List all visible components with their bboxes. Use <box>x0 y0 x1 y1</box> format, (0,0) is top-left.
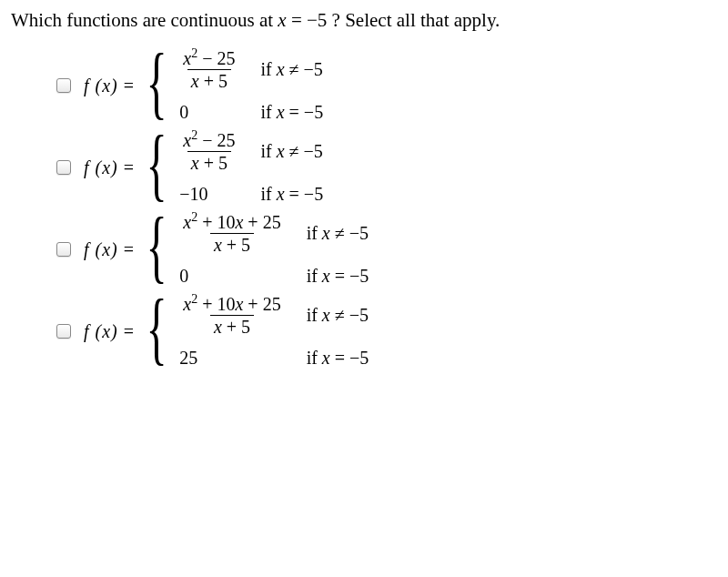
case-2-expr: 0 <box>179 102 238 123</box>
question-suffix: ? Select all that apply. <box>327 9 500 31</box>
case-2-expr: 0 <box>179 266 284 287</box>
case-1-cond: if x ≠ −5 <box>307 223 369 244</box>
piecewise-cases: x2 − 25 x + 5 if x ≠ −5 0 if x = −5 <box>179 48 323 123</box>
option-checkbox-1[interactable] <box>56 78 71 93</box>
case-1-expr: x2 + 10x + 25 x + 5 <box>179 294 284 337</box>
question-text: Which functions are continuous at x = −5… <box>11 9 717 32</box>
option-row: f (x) = { x2 − 25 x + 5 if x ≠ −5 −10 if… <box>56 130 717 205</box>
piecewise-cases: x2 + 10x + 25 x + 5 if x ≠ −5 25 if x = … <box>179 294 369 369</box>
fx-label: f (x) <box>84 76 118 96</box>
case-2-cond: if x = −5 <box>260 102 323 123</box>
left-brace-icon: { <box>147 307 167 350</box>
question-val: = −5 <box>287 9 328 31</box>
equals-sign: = <box>124 239 134 260</box>
options-list: f (x) = { x2 − 25 x + 5 if x ≠ −5 0 if x… <box>11 48 717 369</box>
fraction: x2 − 25 x + 5 <box>179 48 238 91</box>
option-row: f (x) = { x2 + 10x + 25 x + 5 if x ≠ −5 … <box>56 212 717 287</box>
option-row: f (x) = { x2 − 25 x + 5 if x ≠ −5 0 if x… <box>56 48 717 123</box>
function-expression: f (x) = { x2 − 25 x + 5 if x ≠ −5 −10 if… <box>84 130 323 205</box>
fx-label: f (x) <box>84 239 118 260</box>
equals-sign: = <box>124 321 134 342</box>
fx-label: f (x) <box>84 321 118 342</box>
case-2-cond: if x = −5 <box>260 184 323 205</box>
equals-sign: = <box>124 157 134 178</box>
case-1-expr: x2 + 10x + 25 x + 5 <box>179 212 284 255</box>
fraction: x2 − 25 x + 5 <box>179 130 238 173</box>
question-var: x <box>278 9 286 31</box>
case-1-cond: if x ≠ −5 <box>260 141 323 162</box>
left-brace-icon: { <box>147 143 167 187</box>
option-row: f (x) = { x2 + 10x + 25 x + 5 if x ≠ −5 … <box>56 294 717 369</box>
fx-label: f (x) <box>84 157 118 178</box>
question-prefix: Which functions are continuous at <box>11 9 278 31</box>
fraction: x2 + 10x + 25 x + 5 <box>179 294 284 337</box>
fraction: x2 + 10x + 25 x + 5 <box>179 212 284 255</box>
case-2-expr: 25 <box>179 348 284 369</box>
piecewise-cases: x2 − 25 x + 5 if x ≠ −5 −10 if x = −5 <box>179 130 323 205</box>
function-expression: f (x) = { x2 + 10x + 25 x + 5 if x ≠ −5 … <box>84 294 369 369</box>
option-checkbox-4[interactable] <box>56 324 71 339</box>
option-checkbox-3[interactable] <box>56 242 71 257</box>
option-checkbox-2[interactable] <box>56 160 71 175</box>
function-expression: f (x) = { x2 + 10x + 25 x + 5 if x ≠ −5 … <box>84 212 369 287</box>
case-2-cond: if x = −5 <box>307 266 369 287</box>
case-1-expr: x2 − 25 x + 5 <box>179 130 238 173</box>
left-brace-icon: { <box>147 225 167 268</box>
left-brace-icon: { <box>147 61 167 105</box>
case-1-cond: if x ≠ −5 <box>260 59 323 80</box>
case-1-cond: if x ≠ −5 <box>307 305 369 326</box>
piecewise-cases: x2 + 10x + 25 x + 5 if x ≠ −5 0 if x = −… <box>179 212 369 287</box>
case-2-expr: −10 <box>179 184 238 205</box>
case-1-expr: x2 − 25 x + 5 <box>179 48 238 91</box>
equals-sign: = <box>124 76 134 96</box>
function-expression: f (x) = { x2 − 25 x + 5 if x ≠ −5 0 if x… <box>84 48 323 123</box>
case-2-cond: if x = −5 <box>307 348 369 369</box>
